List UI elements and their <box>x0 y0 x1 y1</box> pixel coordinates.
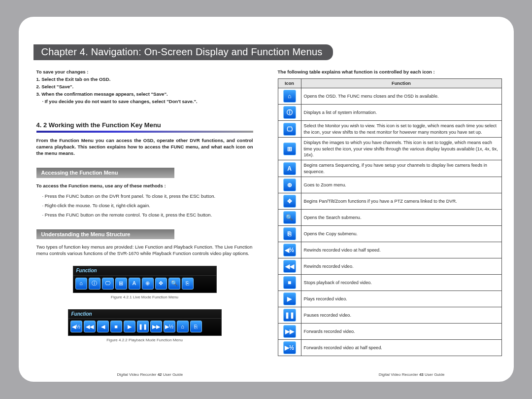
live-function-bar: Function ⌂ⓘ🖵⊞A⊕✥🔍⎘ <box>73 266 217 293</box>
table-row: ⓘDisplays a list of system information. <box>278 105 501 121</box>
copy-icon: ⎘ <box>283 227 296 240</box>
sub2-body: Two types of function key menus are prov… <box>36 244 253 257</box>
table-row: ⌂Opens the OSD. The FUNC menu closes and… <box>278 88 501 105</box>
icon-cell: A <box>278 160 301 177</box>
icon-cell: ▶ <box>278 291 301 307</box>
playback-bar-icon: ◀½ <box>70 321 82 332</box>
table-row: ⎘Opens the Copy submenu. <box>278 226 501 242</box>
info-icon: ⓘ <box>283 106 296 119</box>
step1: 1. Select the Exit tab on the OSD. <box>36 76 253 83</box>
function-cell: Select the Monitor you wish to view. Thi… <box>301 121 501 138</box>
step2: 2. Select "Save". <box>36 84 253 90</box>
live-bar-icon: 🔍 <box>168 278 180 290</box>
sequence-icon: A <box>283 162 296 175</box>
forward-half-icon: ▶½ <box>283 341 296 354</box>
zoom-icon: ⊕ <box>283 179 296 191</box>
function-cell: Displays a list of system information. <box>301 105 501 121</box>
monitor-icon: 🖵 <box>283 123 296 136</box>
icon-cell: 🖵 <box>278 121 301 138</box>
right-column: The following table explains what functi… <box>278 68 502 356</box>
table-row: ⊕Goes to Zoom menu. <box>278 177 501 193</box>
function-cell: Opens the Copy submenu. <box>301 226 501 242</box>
fig2-caption: Figure 4.2.2 Playback Mode Function Menu <box>36 338 253 343</box>
subsection-access: Accessing the Function Menu <box>36 168 174 178</box>
icon-cell: ▶▶ <box>278 324 301 340</box>
icon-cell: ❚❚ <box>278 307 301 324</box>
rewind-icon: ◀◀ <box>283 260 296 273</box>
function-cell: Pauses recorded video. <box>301 307 501 324</box>
footer-guide-right: User Guide <box>425 372 444 377</box>
playback-bar-icon: ◀◀ <box>84 321 96 332</box>
playback-bar-icon: ⎘ <box>190 321 202 332</box>
live-bar-icon: A <box>129 278 140 290</box>
footer-book-r: Digital Video Recorder <box>379 372 418 377</box>
icon-cell: ▶½ <box>278 340 301 356</box>
function-cell: Stops playback of recorded video. <box>301 275 501 291</box>
search-icon: 🔍 <box>283 211 296 224</box>
rewind-half-icon: ◀½ <box>283 244 296 256</box>
section-intro: From the Function Menu you can access th… <box>36 138 253 157</box>
function-cell: Displays the images to which you have ch… <box>301 138 501 160</box>
playback-bar-icon: ⌂ <box>177 321 189 332</box>
playback-bar-icon: ▶ <box>124 321 135 332</box>
sub1-b3: · Press the FUNC button on the remote co… <box>42 212 253 218</box>
step3: 3. When the confirmation message appears… <box>36 91 253 98</box>
icon-cell: ✥ <box>278 193 301 210</box>
footer-left: Digital Video Recorder 42 User Guide <box>117 372 183 377</box>
pause-icon: ❚❚ <box>283 309 296 322</box>
live-bar-icon: ⊞ <box>115 278 127 290</box>
table-row: 🔍Opens the Search submenu. <box>278 210 501 226</box>
icon-cell: ⓘ <box>278 105 301 121</box>
left-column: To save your changes : 1. Select the Exi… <box>36 68 253 356</box>
function-cell: Rewinds recorded video. <box>301 258 501 275</box>
fig1-caption: Figure 4.2.1 Live Mode Function Menu <box>36 295 253 300</box>
subsection-structure: Understanding the Menu Structure <box>36 229 174 240</box>
footer-page-right: 43 <box>419 372 424 377</box>
playback-function-bar: Function ◀½◀◀◀■▶❚❚▶▶▶½⌂⎘ <box>68 309 222 336</box>
ptz-icon: ✥ <box>283 195 296 208</box>
live-bar-icon: ⓘ <box>89 278 100 290</box>
icon-cell: ⌂ <box>278 88 301 105</box>
table-row: ▶½Forwards recorded video at half speed. <box>278 340 501 356</box>
icon-cell: ⊞ <box>278 138 301 160</box>
sub1-lead: To access the Function menu, use any of … <box>36 183 253 189</box>
osd-icon: ⌂ <box>283 90 296 103</box>
function-cell: Opens the OSD. The FUNC menu closes and … <box>301 88 501 105</box>
step3-sub: · If you decide you do not want to save … <box>42 99 253 105</box>
live-bar-icon: ⌂ <box>75 278 87 290</box>
function-cell: Opens the Search submenu. <box>301 210 501 226</box>
playback-bar-title: Function <box>68 310 221 319</box>
icon-cell: ⊕ <box>278 177 301 193</box>
icon-cell: ◀½ <box>278 242 301 258</box>
table-row: ABegins camera Sequencing, if you have s… <box>278 160 501 177</box>
columns: To save your changes : 1. Select the Exi… <box>36 68 502 356</box>
playback-bar-icon: ■ <box>110 321 122 332</box>
playback-bar-icon: ❚❚ <box>137 321 149 332</box>
playback-bar-icon: ◀ <box>97 321 109 332</box>
footer-right: Digital Video Recorder 43 User Guide <box>379 372 445 377</box>
table-row: ◀½Rewinds recorded video at half speed. <box>278 242 501 258</box>
table-row: ◀◀Rewinds recorded video. <box>278 258 501 275</box>
footer-book: Digital Video Recorder <box>117 372 157 377</box>
grid-icon: ⊞ <box>283 143 296 155</box>
icon-cell: ■ <box>278 275 301 291</box>
function-cell: Forwards recorded video. <box>301 324 501 340</box>
live-bar-icon: 🖵 <box>102 278 114 290</box>
chapter-title: Chapter 4. Navigation: On-Screen Display… <box>33 44 333 60</box>
live-bar-icon: ⎘ <box>182 278 194 290</box>
live-bar-icon: ✥ <box>155 278 167 290</box>
playback-bar-icon: ▶▶ <box>150 321 162 332</box>
playback-bar-icon: ▶½ <box>164 321 175 332</box>
table-row: ■Stops playback of recorded video. <box>278 275 501 291</box>
table-row: ▶Plays recorded video. <box>278 291 501 307</box>
live-bar-title: Function <box>73 266 216 276</box>
function-cell: Rewinds recorded video at half speed. <box>301 242 501 258</box>
icon-cell: 🔍 <box>278 210 301 226</box>
forward-icon: ▶▶ <box>283 325 296 338</box>
function-cell: Forwards recorded video at half speed. <box>301 340 501 356</box>
footer-guide-left: User Guide <box>163 372 183 377</box>
table-row: 🖵Select the Monitor you wish to view. Th… <box>278 121 501 138</box>
function-cell: Begins Pan/Tilt/Zoom functions if you ha… <box>301 193 501 210</box>
play-icon: ▶ <box>283 292 296 305</box>
section-title: 4. 2 Working with the Function Key Menu <box>36 121 253 133</box>
